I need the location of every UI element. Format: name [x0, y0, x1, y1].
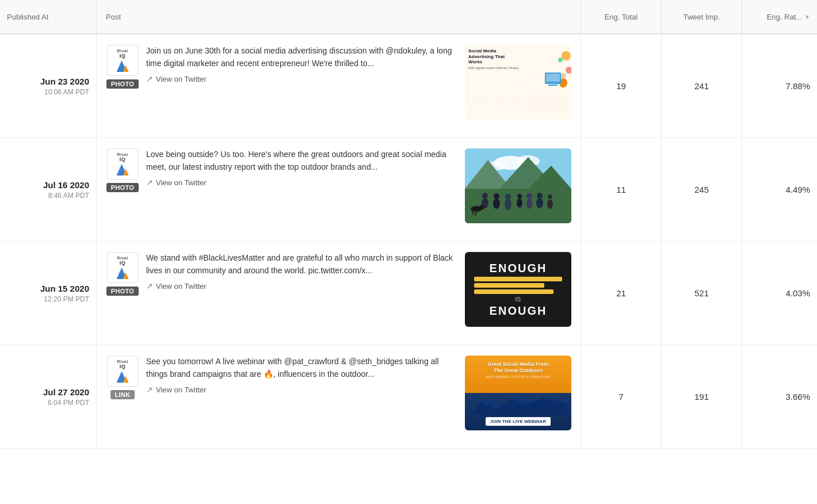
- thumbnail-webinar: Great Social Media FromThe Great Outdoor…: [465, 356, 571, 430]
- post-content-2: Love being outside? Us too. Here's where…: [146, 148, 458, 187]
- view-on-twitter-label-4: View on Twitter: [156, 385, 207, 394]
- col-tweet-imp-label: Tweet Imp.: [684, 13, 720, 21]
- avatar-logo: Rival IQ: [107, 356, 138, 387]
- svg-point-0: [562, 51, 571, 60]
- date-main-3: Jun 15 2020: [40, 283, 89, 295]
- rival-iq-logo: Rival IQ: [117, 256, 129, 279]
- col-eng-total[interactable]: Eng. Total: [581, 0, 662, 33]
- cell-post-2: Rival IQ Photo Love being outside? Us to…: [97, 138, 581, 241]
- enough-bottom-text: ENOUGH: [490, 304, 547, 318]
- sma-decoration: [535, 47, 569, 82]
- svg-point-2: [566, 67, 571, 74]
- thumbnail-outdoors: [465, 148, 571, 223]
- view-on-twitter-label-2: View on Twitter: [156, 178, 207, 187]
- avatar-logo: Rival IQ: [107, 148, 138, 180]
- avatar-logo: Rival IQ: [107, 252, 138, 283]
- post-content-3: We stand with #BlackLivesMatter and are …: [146, 252, 458, 291]
- post-type-badge-1: Photo: [106, 79, 139, 89]
- svg-point-22: [505, 198, 511, 210]
- thumbnail-enough: ENOUGH IS ENOUGH: [465, 252, 571, 327]
- enough-bar-1: [474, 277, 562, 281]
- iq-text: IQ: [120, 157, 126, 162]
- col-published-at[interactable]: Published At: [0, 0, 97, 33]
- svg-point-23: [505, 194, 511, 200]
- enough-is-text: IS: [515, 296, 521, 303]
- table-row-4: Jul 27 2020 6:04 PM PDT Rival IQ Link Se…: [0, 345, 817, 449]
- post-content-1: Join us on June 30th for a social media …: [146, 45, 458, 83]
- svg-point-24: [517, 198, 522, 208]
- posts-table: Published At Post Eng. Total Tweet Imp. …: [0, 0, 817, 449]
- cell-eng-rat-3: 4.03%: [742, 242, 817, 345]
- cell-eng-total-2: 11: [581, 138, 662, 241]
- post-thumbnail-1: Social MediaAdvertising ThatWorks with d…: [465, 45, 571, 120]
- cell-tweet-imp-2: 245: [662, 138, 742, 241]
- svg-point-31: [548, 194, 552, 199]
- svg-point-19: [482, 193, 488, 198]
- date-time-3: 12:20 PM PDT: [44, 295, 89, 303]
- logo-shapes: [117, 60, 129, 72]
- rival-iq-logo: Rival IQ: [117, 49, 129, 72]
- table-body: Jun 23 2020 10:06 AM PDT Rival IQ Photo …: [0, 35, 817, 449]
- svg-rect-8: [546, 74, 560, 82]
- table-row-1: Jun 23 2020 10:06 AM PDT Rival IQ Photo …: [0, 35, 817, 138]
- cell-published-4: Jul 27 2020 6:04 PM PDT: [0, 345, 97, 448]
- post-type-badge-4: Link: [110, 390, 135, 399]
- view-on-twitter-link-2[interactable]: ↗ View on Twitter: [146, 178, 458, 187]
- cell-published-3: Jun 15 2020 12:20 PM PDT: [0, 242, 97, 345]
- cell-eng-rat-4: 3.66%: [742, 345, 817, 448]
- svg-point-25: [517, 194, 522, 198]
- cell-eng-total-3: 21: [581, 242, 662, 345]
- rival-text: Rival: [117, 256, 128, 260]
- webinar-subtitle: WITH INKWELL'S PATRICK CRAWFORD: [486, 375, 550, 379]
- svg-point-29: [537, 193, 543, 198]
- rival-text: Rival: [117, 49, 128, 53]
- post-text-3: We stand with #BlackLivesMatter and are …: [146, 252, 458, 277]
- iq-text: IQ: [120, 364, 126, 369]
- post-text-1: Join us on June 30th for a social media …: [146, 45, 458, 70]
- post-type-badge-3: Photo: [106, 287, 139, 296]
- svg-point-27: [526, 193, 532, 199]
- date-time-1: 10:06 AM PDT: [44, 88, 89, 96]
- rival-iq-logo: Rival IQ: [117, 152, 129, 175]
- enough-top-text: ENOUGH: [490, 262, 547, 275]
- svg-point-26: [526, 198, 532, 209]
- svg-point-6: [560, 73, 566, 79]
- view-on-twitter-link-1[interactable]: ↗ View on Twitter: [146, 74, 458, 83]
- post-avatar-3: Rival IQ Photo: [106, 252, 139, 296]
- rival-text: Rival: [117, 152, 128, 156]
- enough-bar-2: [474, 283, 544, 288]
- date-main-4: Jul 27 2020: [43, 387, 89, 398]
- cell-eng-rat-2: 4.49%: [742, 138, 817, 241]
- logo-shapes: [117, 268, 129, 279]
- svg-point-3: [558, 58, 563, 62]
- post-thumbnail-3: ENOUGH IS ENOUGH: [465, 252, 571, 327]
- svg-point-33: [480, 205, 484, 209]
- ext-link-icon-4: ↗: [146, 385, 153, 394]
- table-header: Published At Post Eng. Total Tweet Imp. …: [0, 0, 817, 35]
- cell-tweet-imp-4: 191: [662, 345, 742, 448]
- view-on-twitter-label-3: View on Twitter: [156, 282, 207, 291]
- logo-shapes: [117, 371, 129, 383]
- post-thumbnail-2: [465, 148, 571, 223]
- date-time-2: 8:46 AM PDT: [48, 192, 89, 200]
- logo-shapes: [117, 164, 129, 175]
- webinar-title: Great Social Media FromThe Great Outdoor…: [486, 361, 550, 374]
- post-type-badge-2: Photo: [106, 183, 139, 192]
- col-eng-rat-label: Eng. Rat...: [767, 13, 802, 21]
- cell-post-1: Rival IQ Photo Join us on June 30th for …: [97, 35, 581, 138]
- col-eng-rat[interactable]: Eng. Rat... ▼: [742, 0, 817, 33]
- svg-point-21: [494, 193, 499, 199]
- view-on-twitter-link-4[interactable]: ↗ View on Twitter: [146, 385, 458, 394]
- rival-iq-logo: Rival IQ: [117, 360, 129, 383]
- svg-point-28: [536, 198, 543, 208]
- col-post-label: Post: [106, 13, 121, 21]
- col-tweet-imp[interactable]: Tweet Imp.: [662, 0, 742, 33]
- view-on-twitter-link-3[interactable]: ↗ View on Twitter: [146, 281, 458, 291]
- cell-eng-total-4: 7: [581, 345, 662, 448]
- col-eng-total-label: Eng. Total: [605, 13, 638, 21]
- post-avatar-2: Rival IQ Photo: [106, 148, 139, 192]
- cell-published-2: Jul 16 2020 8:46 AM PDT: [0, 138, 97, 241]
- svg-rect-9: [548, 85, 558, 86]
- view-on-twitter-label-1: View on Twitter: [156, 75, 207, 83]
- iq-text: IQ: [120, 54, 126, 59]
